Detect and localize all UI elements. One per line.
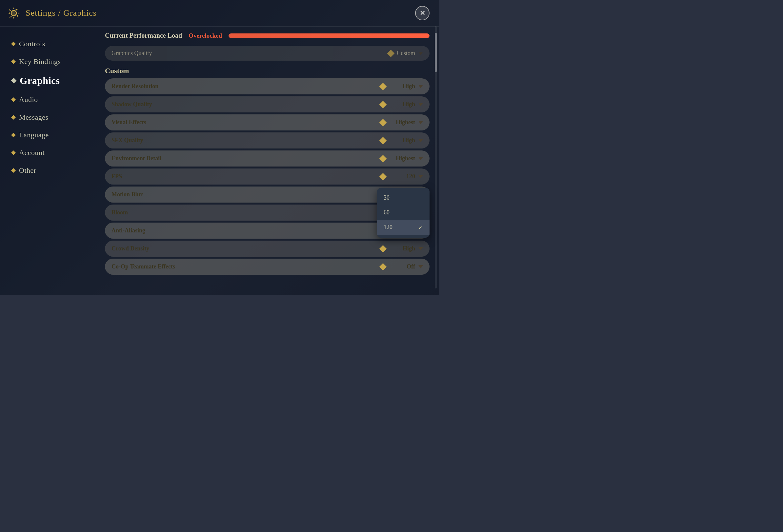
chevron-down-icon	[418, 139, 423, 142]
sidebar-label-other: Other	[19, 166, 36, 175]
setting-label-shadow-quality: Shadow Quality	[112, 101, 152, 108]
setting-label-crowd-density: Crowd Density	[112, 245, 149, 252]
setting-value-render-resolution: High	[389, 83, 415, 90]
setting-value-container: Highest	[380, 155, 423, 162]
diamond-icon	[379, 137, 387, 144]
checkmark-icon: ✓	[418, 224, 423, 231]
close-button[interactable]: ✕	[415, 6, 430, 20]
sidebar-label-account: Account	[19, 148, 44, 157]
settings-content: Current Performance Load Overclocked Gra…	[98, 27, 439, 295]
diamond-icon	[11, 42, 16, 46]
setting-row-environment-detail[interactable]: Environment Detail Highest	[105, 151, 430, 167]
diamond-icon	[11, 133, 16, 137]
performance-status: Overclocked	[189, 32, 222, 39]
setting-label-anti-aliasing: Anti-Aliasing	[112, 227, 145, 234]
chevron-down-icon	[418, 175, 423, 178]
setting-label-sfx-quality: SFX Quality	[112, 137, 143, 144]
setting-row-sfx-quality[interactable]: SFX Quality High	[105, 132, 430, 148]
diamond-icon	[11, 78, 17, 84]
chevron-down-icon	[418, 247, 423, 251]
sidebar-item-key-bindings[interactable]: Key Bindings	[6, 54, 92, 69]
sidebar-label-key-bindings: Key Bindings	[19, 57, 61, 66]
chevron-down-icon	[418, 85, 423, 88]
sidebar: Controls Key Bindings Graphics Audio Mes…	[0, 27, 98, 295]
sidebar-label-graphics: Graphics	[20, 75, 60, 86]
chevron-down-icon	[418, 157, 423, 160]
setting-row-coop-teammate-effects[interactable]: Co-Op Teammate Effects Off	[105, 259, 430, 275]
diamond-icon	[11, 168, 16, 173]
scrollbar-track[interactable]	[435, 26, 437, 289]
sidebar-item-controls[interactable]: Controls	[6, 36, 92, 52]
sidebar-label-audio: Audio	[19, 95, 38, 104]
fps-option-120[interactable]: 120 ✓	[377, 220, 430, 235]
chevron-down-icon	[418, 103, 423, 106]
setting-value-container: High	[380, 245, 423, 252]
sidebar-item-graphics[interactable]: Graphics	[6, 72, 92, 90]
sidebar-label-language: Language	[19, 131, 49, 139]
fps-option-30-label: 30	[384, 194, 389, 201]
setting-label-bloom: Bloom	[112, 209, 128, 216]
setting-value-crowd-density: High	[389, 245, 415, 252]
chevron-down-icon	[418, 265, 423, 268]
setting-value-container: Highest	[380, 119, 423, 126]
graphics-quality-value: Custom	[397, 50, 415, 57]
setting-value-environment-detail: Highest	[389, 155, 415, 162]
sidebar-item-audio[interactable]: Audio	[6, 92, 92, 107]
fps-option-120-label: 120	[384, 224, 393, 231]
performance-load-label: Current Performance Load	[105, 32, 182, 39]
setting-row-crowd-density[interactable]: Crowd Density High	[105, 241, 430, 257]
setting-row-shadow-quality[interactable]: Shadow Quality High	[105, 96, 430, 112]
setting-row-render-resolution[interactable]: Render Resolution High	[105, 78, 430, 94]
setting-value-container: High	[380, 137, 423, 144]
diamond-icon	[379, 155, 387, 162]
setting-row-visual-effects[interactable]: Visual Effects Highest	[105, 114, 430, 130]
diamond-icon	[379, 101, 387, 108]
fps-dropdown[interactable]: 30 60 120 ✓	[377, 188, 430, 238]
setting-label-fps: FPS	[112, 173, 122, 180]
graphics-quality-value-container: Custom	[388, 50, 423, 57]
scrollbar-thumb[interactable]	[435, 33, 437, 72]
performance-load-row: Current Performance Load Overclocked	[105, 27, 430, 43]
header-title: Settings / Graphics	[26, 8, 97, 18]
diamond-icon	[11, 151, 16, 155]
diamond-icon	[11, 97, 16, 102]
setting-value-container: High	[380, 83, 423, 90]
chevron-down-icon	[418, 52, 423, 55]
fps-option-60-label: 60	[384, 209, 389, 216]
chevron-down-icon	[418, 121, 423, 124]
diamond-icon	[379, 119, 387, 126]
diamond-icon	[11, 115, 16, 120]
diamond-icon	[379, 173, 387, 180]
sidebar-label-messages: Messages	[19, 113, 49, 122]
setting-value-fps: 120	[389, 173, 415, 180]
gear-icon	[6, 6, 21, 20]
setting-value-sfx-quality: High	[389, 137, 415, 144]
sidebar-label-controls: Controls	[19, 40, 45, 48]
custom-section-title: Custom	[105, 62, 430, 78]
fps-option-60[interactable]: 60	[377, 205, 430, 220]
setting-label-visual-effects: Visual Effects	[112, 119, 146, 126]
svg-point-1	[12, 11, 16, 15]
diamond-icon	[379, 245, 387, 253]
settings-header: Settings / Graphics ✕	[0, 0, 439, 27]
graphics-quality-label: Graphics Quality	[112, 50, 152, 57]
performance-bar-container	[228, 33, 430, 38]
setting-value-shadow-quality: High	[389, 101, 415, 108]
header-left: Settings / Graphics	[6, 6, 97, 20]
sidebar-item-messages[interactable]: Messages	[6, 110, 92, 125]
diamond-icon	[379, 82, 387, 90]
setting-label-motion-blur: Motion Blur	[112, 191, 143, 198]
fps-option-30[interactable]: 30	[377, 191, 430, 205]
sidebar-item-other[interactable]: Other	[6, 163, 92, 178]
diamond-icon	[11, 59, 16, 64]
setting-label-render-resolution: Render Resolution	[112, 83, 158, 90]
sidebar-item-account[interactable]: Account	[6, 145, 92, 160]
setting-value-container: 120	[380, 173, 423, 180]
setting-value-container: High	[380, 101, 423, 108]
diamond-icon	[387, 49, 395, 57]
setting-value-container: Off	[380, 263, 423, 270]
graphics-quality-row[interactable]: Graphics Quality Custom	[105, 46, 430, 61]
setting-label-coop-teammate-effects: Co-Op Teammate Effects	[112, 263, 175, 270]
setting-row-fps[interactable]: FPS 120 30 60 120 ✓	[105, 168, 430, 185]
sidebar-item-language[interactable]: Language	[6, 128, 92, 142]
